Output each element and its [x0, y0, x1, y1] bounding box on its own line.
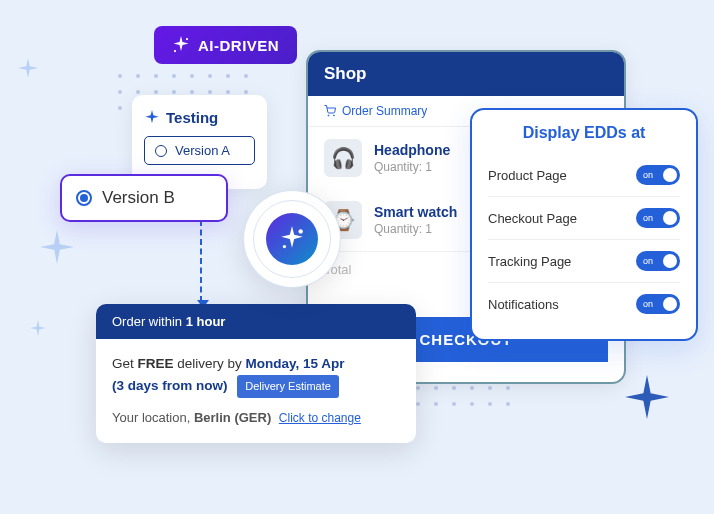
- edd-label: Tracking Page: [488, 254, 571, 269]
- version-b-option[interactable]: Version B: [60, 174, 228, 222]
- ai-driven-badge: AI-DRIVEN: [154, 26, 297, 64]
- shop-title: Shop: [308, 52, 624, 96]
- ai-center-badge: [243, 190, 341, 288]
- ai-badge-label: AI-DRIVEN: [198, 37, 279, 54]
- delivery-header: Order within 1 hour: [96, 304, 416, 339]
- radio-filled-icon: [76, 190, 92, 206]
- edd-label: Product Page: [488, 168, 567, 183]
- svg-point-5: [334, 115, 335, 116]
- radio-empty-icon: [155, 145, 167, 157]
- version-b-label: Version B: [102, 188, 175, 208]
- version-a-label: Version A: [175, 143, 230, 158]
- arrow-down-icon: [200, 220, 202, 302]
- change-location-link[interactable]: Click to change: [279, 411, 361, 425]
- delivery-estimate-badge: Delivery Estimate: [237, 375, 339, 399]
- delivery-body: Get FREE delivery by Monday, 15 Apr (3 d…: [96, 339, 416, 443]
- edd-row-product: Product Page on: [488, 154, 680, 197]
- edd-row-checkout: Checkout Page on: [488, 197, 680, 240]
- star-decor-icon: [18, 58, 38, 78]
- sparkle-icon: [144, 110, 160, 126]
- edd-row-notifications: Notifications on: [488, 283, 680, 325]
- svg-point-0: [186, 38, 188, 40]
- star-decor-icon: [40, 230, 74, 264]
- testing-title: Testing: [144, 109, 255, 126]
- item-name: Smart watch: [374, 204, 457, 220]
- toggle-switch[interactable]: on: [636, 294, 680, 314]
- edd-panel: Display EDDs at Product Page on Checkout…: [470, 108, 698, 341]
- toggle-switch[interactable]: on: [636, 165, 680, 185]
- item-quantity: Quantity: 1: [374, 160, 450, 174]
- headphone-icon: 🎧: [324, 139, 362, 177]
- cart-icon: [324, 105, 336, 117]
- star-decor-icon: [30, 320, 46, 336]
- location-row: Your location, Berlin (GER) Click to cha…: [112, 408, 400, 429]
- toggle-switch[interactable]: on: [636, 251, 680, 271]
- svg-point-1: [174, 50, 176, 52]
- sparkle-icon: [279, 226, 305, 252]
- star-decor-icon: [625, 375, 669, 419]
- edd-label: Checkout Page: [488, 211, 577, 226]
- edd-title: Display EDDs at: [488, 124, 680, 142]
- svg-point-2: [299, 229, 303, 233]
- svg-point-3: [283, 245, 286, 248]
- item-quantity: Quantity: 1: [374, 222, 457, 236]
- svg-point-4: [328, 115, 329, 116]
- version-a-option[interactable]: Version A: [144, 136, 255, 165]
- toggle-switch[interactable]: on: [636, 208, 680, 228]
- delivery-card: Order within 1 hour Get FREE delivery by…: [96, 304, 416, 443]
- edd-label: Notifications: [488, 297, 559, 312]
- item-name: Headphone: [374, 142, 450, 158]
- edd-row-tracking: Tracking Page on: [488, 240, 680, 283]
- sparkle-icon: [172, 36, 190, 54]
